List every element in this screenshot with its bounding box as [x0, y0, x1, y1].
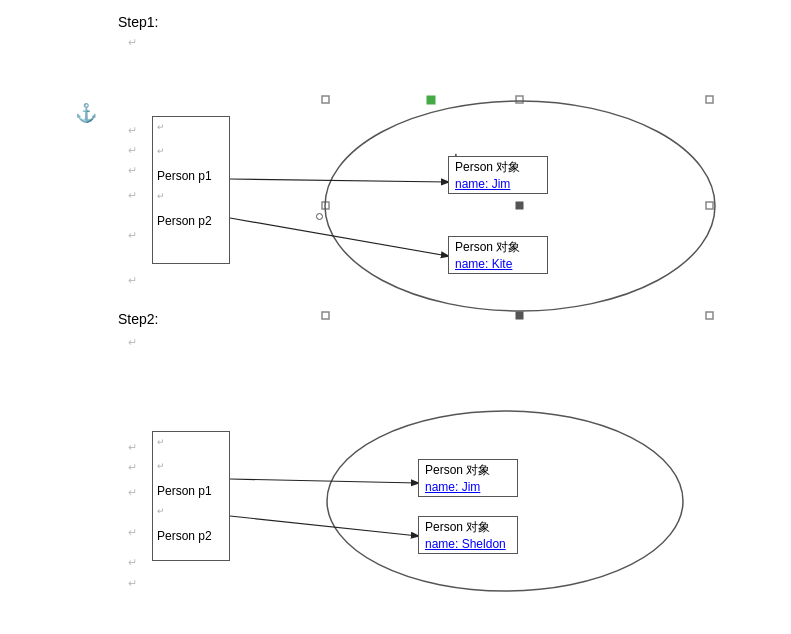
handle-mid-center[interactable] [516, 202, 523, 209]
anchor-icon: ⚓ [75, 102, 97, 124]
step1-ellipse-left-dot [316, 213, 323, 220]
s2-class-person-p1: Person p1 [157, 481, 225, 503]
step1-obj2: Person 对象 name: Kite [448, 236, 548, 274]
step1-ellipse [320, 94, 740, 324]
s2-class-line2: ↵ [157, 458, 225, 482]
return-mark: ↵ [128, 189, 137, 202]
class-line2: ↵ [157, 143, 225, 167]
return-mark: ↵ [128, 486, 137, 499]
return-mark: ↵ [128, 461, 137, 474]
step2-obj1-attr: name: Jim [425, 480, 511, 494]
step2-obj1: Person 对象 name: Jim [418, 459, 518, 497]
step2-obj2: Person 对象 name: Sheldon [418, 516, 518, 554]
s2-class-line1: ↵ [157, 434, 225, 458]
step1-obj1-attr: name: Jim [455, 177, 541, 191]
step2-obj2-title: Person 对象 [425, 519, 511, 536]
step1-obj2-attr: name: Kite [455, 257, 541, 271]
step2-ellipse-shape [327, 411, 683, 591]
step2-obj2-attr: name: Sheldon [425, 537, 511, 551]
class-line1: ↵ [157, 119, 225, 143]
handle-top-far-right[interactable] [706, 96, 713, 103]
s2-class-person-p2: Person p2 [157, 526, 225, 548]
class-person-p1: Person p1 [157, 166, 225, 188]
step1-class-box: ↵ ↵ Person p1 ↵ Person p2 [152, 116, 230, 264]
class-line4: ↵ [157, 188, 225, 212]
return-mark: ↵ [128, 556, 137, 569]
step1-obj1-title: Person 对象 [455, 159, 541, 176]
return-mark: ↵ [128, 441, 137, 454]
step1-obj1: Person 对象 name: Jim [448, 156, 548, 194]
s2-class-line4: ↵ [157, 503, 225, 527]
step2-obj1-title: Person 对象 [425, 462, 511, 479]
handle-top-left[interactable] [322, 96, 329, 103]
return-mark: ↵ [128, 36, 137, 49]
return-mark: ↵ [128, 124, 137, 137]
step1-container: Step1: ⚓ ↵ ↵ ↵ ↵ ↵ ↵ ↵ ↵ ↵ Person p1 ↵ P… [0, 10, 791, 299]
step2-class-box: ↵ ↵ Person p1 ↵ Person p2 [152, 431, 230, 561]
page: Step1: ⚓ ↵ ↵ ↵ ↵ ↵ ↵ ↵ ↵ ↵ Person p1 ↵ P… [0, 0, 791, 634]
class-person-p2: Person p2 [157, 211, 225, 233]
step1-obj2-title: Person 对象 [455, 239, 541, 256]
return-mark: ↵ [128, 526, 137, 539]
handle-top-right[interactable] [516, 96, 523, 103]
step2-ellipse [320, 406, 720, 606]
return-mark: ↵ [128, 577, 137, 589]
handle-mid-right[interactable] [706, 202, 713, 209]
return-mark: ↵ [128, 274, 137, 287]
return-mark: ↵ [128, 336, 137, 349]
step2-container: Step2: ↵ ↵ ↵ ↵ ↵ ↵ ↵ ↵ Person p1 ↵ Perso… [0, 307, 791, 571]
handle-top-center[interactable] [427, 96, 435, 104]
step2-diagram: ↵ ↵ ↵ ↵ ↵ ↵ ↵ ↵ Person p1 ↵ Person p2 [0, 331, 791, 571]
return-mark: ↵ [128, 164, 137, 177]
return-mark: ↵ [128, 229, 137, 242]
step1-label: Step1: [0, 10, 791, 34]
step1-diagram: ⚓ ↵ ↵ ↵ ↵ ↵ ↵ ↵ ↵ ↵ Person p1 ↵ Person p… [0, 34, 791, 299]
return-mark: ↵ [128, 144, 137, 157]
step2-label: Step2: [0, 307, 791, 331]
